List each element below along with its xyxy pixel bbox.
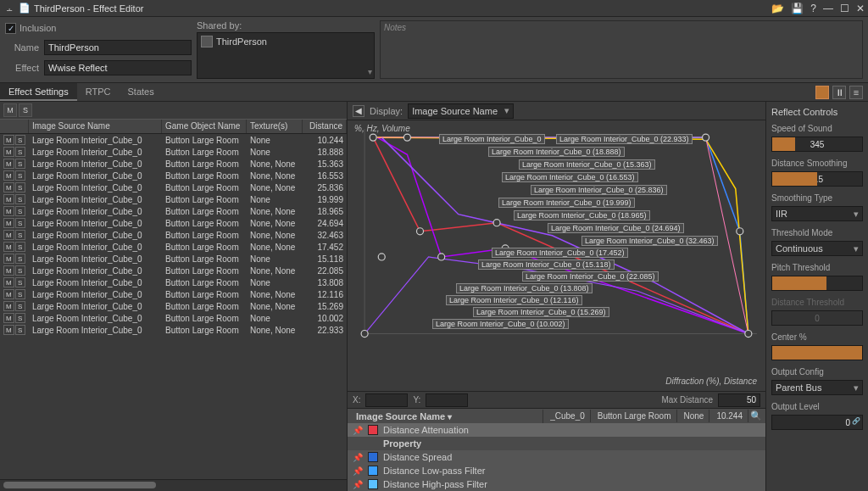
table-row[interactable]: MSLarge Room Interior_Cube_0Button Large… [0,146,347,158]
solo-button[interactable]: S [15,289,26,299]
save-icon[interactable]: 💾 [791,3,804,14]
table-row[interactable]: MSLarge Room Interior_Cube_0Button Large… [0,193,347,205]
bypass-toggle[interactable] [815,86,829,99]
prop-distance-attenuation[interactable]: 📌 Distance Attenuation [348,423,765,437]
table-row[interactable]: MSLarge Room Interior_Cube_0Button Large… [0,300,347,312]
table-row[interactable]: MSLarge Room Interior_Cube_0Button Large… [0,312,347,324]
table-row[interactable]: MSLarge Room Interior_Cube_0Button Large… [0,170,347,181]
max-distance-field[interactable] [718,393,760,407]
filter-tex[interactable]: None [679,410,710,422]
tab-rtpc[interactable]: RTPC [77,83,120,101]
table-row[interactable]: MSLarge Room Interior_Cube_0Button Large… [0,241,347,253]
table-row[interactable]: MSLarge Room Interior_Cube_0Button Large… [0,181,347,193]
solo-all-button[interactable]: S [19,103,32,117]
pin-icon[interactable]: 📌 [353,453,363,462]
shared-by-list[interactable]: ThirdPerson ▾ [197,32,375,79]
solo-button[interactable]: S [15,230,26,240]
mute-button[interactable]: M [3,147,14,157]
solo-button[interactable]: S [15,147,26,157]
solo-button[interactable]: S [15,170,26,181]
col-distance[interactable]: Distance [303,120,347,133]
help-icon[interactable]: ? [810,3,816,14]
mute-button[interactable]: M [3,325,14,335]
mute-button[interactable]: M [3,182,14,192]
maximize-icon[interactable]: ☐ [840,3,849,14]
filter-dist[interactable]: 10.244 [711,410,748,422]
mute-button[interactable]: M [3,301,14,311]
solo-button[interactable]: S [15,135,26,145]
col-name[interactable]: Image Source Name [29,120,162,133]
filter-name-col[interactable]: Image Source Name ▾ [351,410,543,423]
solo-button[interactable]: S [15,194,26,204]
color-swatch[interactable] [368,452,378,462]
pin-icon[interactable]: 📌 [353,480,363,489]
solo-button[interactable]: S [15,159,26,169]
mute-button[interactable]: M [3,170,14,181]
solo-button[interactable]: S [15,182,26,192]
display-select[interactable]: Image Source Name ▾ [408,103,514,119]
mute-button[interactable]: M [3,194,14,204]
pin-icon[interactable]: 📌 [353,466,363,476]
tab-effect-settings[interactable]: Effect Settings [0,83,77,101]
output-config-select[interactable]: Parent Bus▾ [771,380,863,395]
table-row[interactable]: MSLarge Room Interior_Cube_0Button Large… [0,288,347,300]
mute-button[interactable]: M [3,206,14,216]
filter-cube[interactable]: _Cube_0 [545,410,591,422]
mute-button[interactable]: M [3,277,14,287]
minimize-icon[interactable]: — [823,3,833,14]
solo-button[interactable]: S [15,325,26,335]
settings-button[interactable]: ≡ [849,86,863,99]
shared-item[interactable]: ThirdPerson [199,35,372,48]
color-swatch[interactable] [368,425,378,435]
smoothing-type-select[interactable]: IIR▾ [771,206,863,221]
close-icon[interactable]: ✕ [856,3,865,14]
mute-button[interactable]: M [3,230,14,240]
col-gameobject[interactable]: Game Object Name [162,120,247,133]
output-level-field[interactable]: 0 🔗 [771,415,863,430]
tab-states[interactable]: States [119,83,162,101]
table-row[interactable]: MSLarge Room Interior_Cube_0Button Large… [0,324,347,336]
solo-button[interactable]: S [15,265,26,276]
threshold-mode-select[interactable]: Continuous▾ [771,241,863,256]
expand-left-button[interactable]: ◀ [353,105,364,117]
color-swatch[interactable] [368,479,378,489]
table-row[interactable]: MSLarge Room Interior_Cube_0Button Large… [0,158,347,170]
inclusion-checkbox[interactable]: ✓ [5,23,16,34]
prop-distance-highpass[interactable]: 📌 Distance High-pass Filter [348,477,765,491]
solo-button[interactable]: S [15,218,26,228]
mute-button[interactable]: M [3,135,14,145]
distance-smoothing-field[interactable]: 0.5 [771,171,863,187]
table-row[interactable]: MSLarge Room Interior_Cube_0Button Large… [0,265,347,276]
x-field[interactable] [365,393,408,407]
color-swatch[interactable] [368,466,378,476]
solo-button[interactable]: S [15,277,26,287]
mute-button[interactable]: M [3,242,14,252]
pin-icon[interactable]: ⫠ [3,3,15,14]
pitch-threshold-field[interactable]: 2400 [771,276,863,291]
notes-field[interactable]: Notes [380,20,863,79]
effect-field[interactable] [44,60,192,75]
open-icon[interactable]: 📂 [771,3,784,14]
mute-button[interactable]: M [3,254,14,264]
speed-of-sound-field[interactable]: 345 [771,137,863,152]
solo-button[interactable]: S [15,301,26,311]
table-row[interactable]: MSLarge Room Interior_Cube_0Button Large… [0,134,347,146]
name-field[interactable] [44,40,192,55]
pin-icon[interactable]: 📌 [353,426,363,435]
link-icon[interactable]: 🔗 [852,417,860,425]
prop-distance-lowpass[interactable]: 📌 Distance Low-pass Filter [348,464,765,477]
curve-graph[interactable]: %, Hz, Volume Diffraction (%), Distance [348,120,765,391]
pause-button[interactable]: ⏸ [832,86,846,99]
search-icon[interactable]: 🔍 [750,410,762,421]
solo-button[interactable]: S [15,254,26,264]
filter-go[interactable]: Button Large Room [593,410,677,422]
scroll-down-icon[interactable]: ▾ [368,67,372,76]
solo-button[interactable]: S [15,206,26,216]
col-textures[interactable]: Texture(s) [247,120,303,133]
table-row[interactable]: MSLarge Room Interior_Cube_0Button Large… [0,229,347,241]
mute-button[interactable]: M [3,265,14,276]
table-row[interactable]: MSLarge Room Interior_Cube_0Button Large… [0,205,347,217]
table-row[interactable]: MSLarge Room Interior_Cube_0Button Large… [0,253,347,265]
y-field[interactable] [426,393,468,407]
solo-button[interactable]: S [15,313,26,323]
